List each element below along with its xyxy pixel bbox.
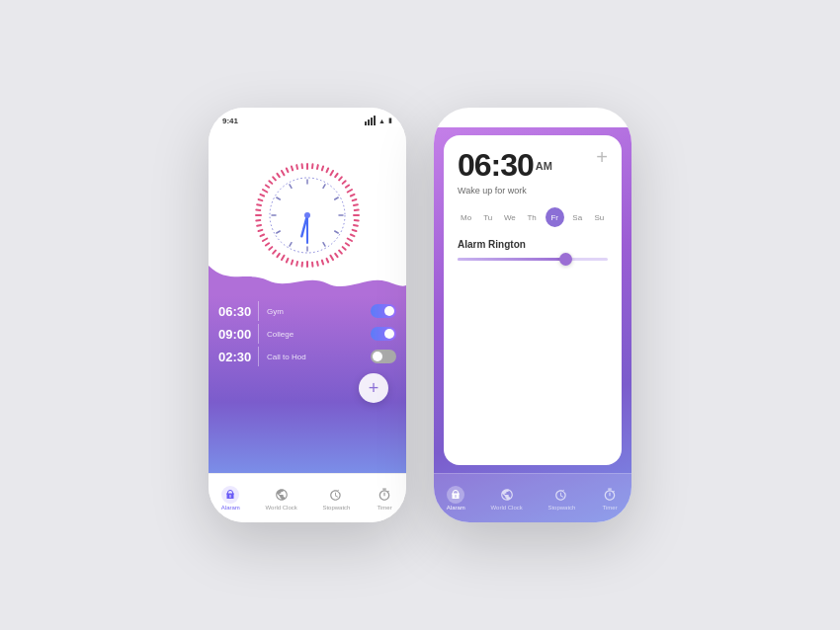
stopwatch-icon-1 <box>327 486 345 504</box>
svg-line-9 <box>346 185 349 187</box>
svg-line-58 <box>296 165 297 169</box>
toggle-1[interactable] <box>371 304 396 318</box>
alarm-label-2: College <box>267 330 367 339</box>
svg-line-13 <box>354 204 358 205</box>
svg-line-2 <box>317 165 318 169</box>
svg-line-48 <box>259 199 263 200</box>
nav-label-alarm-1: Alaram <box>221 505 240 511</box>
day-su[interactable]: Su <box>591 213 608 222</box>
nav-alarm-2[interactable]: Alaram <box>447 486 465 511</box>
wifi-icon: ▲ <box>378 118 385 124</box>
svg-line-53 <box>273 177 276 180</box>
svg-line-17 <box>354 225 358 226</box>
svg-line-66 <box>323 243 325 246</box>
days-row: Mo Tu We Th Fr Sa Su <box>458 207 608 227</box>
nav-label-timer-1: Timer <box>378 505 392 511</box>
svg-line-56 <box>287 168 289 172</box>
phone1: 9:41 ▲ ▮ // This will be rendered via in… <box>209 108 406 522</box>
alarm-divider-1 <box>258 301 259 321</box>
nav-label-alarm-2: Alaram <box>447 505 465 511</box>
app-container: 9:41 ▲ ▮ // This will be rendered via in… <box>209 108 631 522</box>
ringtone-slider[interactable] <box>458 258 608 261</box>
day-tu[interactable]: Tu <box>479 213 496 222</box>
alarm-item-1: 06:30 Gym <box>218 301 396 321</box>
svg-line-35 <box>282 256 285 260</box>
svg-line-62 <box>323 185 325 188</box>
signal-icon-2 <box>590 116 601 125</box>
svg-line-71 <box>277 197 280 199</box>
svg-line-52 <box>269 181 272 184</box>
alarm-icon-active-2 <box>447 486 464 504</box>
alarm-item-2: 09:00 College <box>218 324 396 344</box>
svg-line-26 <box>327 259 329 263</box>
battery-icon-2: ▮ <box>614 117 618 124</box>
svg-line-38 <box>269 247 272 250</box>
add-icon[interactable]: + <box>596 147 608 167</box>
alarm-time-3: 02:30 <box>218 350 250 364</box>
svg-line-24 <box>335 254 337 257</box>
alarm-label-1: Gym <box>267 307 367 316</box>
nav-worldclock-2[interactable]: World Clock <box>491 486 523 511</box>
world-clock-icon-2 <box>498 486 516 504</box>
svg-line-5 <box>331 171 334 175</box>
svg-line-68 <box>290 243 292 246</box>
nav-timer-1[interactable]: Timer <box>376 486 393 511</box>
phone2: 9:41 ▲ ▮ 06:30AM + Wake up for work <box>434 108 631 522</box>
svg-line-20 <box>348 239 352 242</box>
stopwatch-icon-2 <box>552 486 570 504</box>
status-time-1: 9:41 <box>222 117 238 125</box>
phone2-body: 06:30AM + Wake up for work Mo Tu We Th F… <box>434 127 631 522</box>
nav-label-worldclock-1: World Clock <box>266 505 297 511</box>
svg-line-34 <box>287 259 289 263</box>
toggle-3[interactable] <box>371 350 396 363</box>
svg-line-42 <box>259 230 263 231</box>
wave-divider <box>209 266 406 295</box>
nav-label-stopwatch-1: Stopwatch <box>322 505 350 511</box>
svg-line-55 <box>282 171 285 175</box>
nav-stopwatch-1[interactable]: Stopwatch <box>322 486 350 511</box>
svg-line-72 <box>290 185 292 188</box>
day-sa[interactable]: Sa <box>569 213 586 222</box>
slider-thumb <box>559 253 572 266</box>
nav-alarm-1[interactable]: Alaram <box>221 486 240 511</box>
day-we[interactable]: We <box>501 213 518 222</box>
slider-fill <box>458 258 562 261</box>
alarm-time-2: 09:00 <box>218 327 250 342</box>
svg-line-43 <box>257 225 261 226</box>
svg-line-7 <box>339 177 342 180</box>
alarm-list: 06:30 Gym 09:00 College 02:30 Call to Ho… <box>209 295 406 473</box>
toggle-2[interactable] <box>371 327 396 341</box>
status-bar-2: 9:41 ▲ ▮ <box>434 108 631 127</box>
nav-stopwatch-2[interactable]: Stopwatch <box>547 486 575 511</box>
svg-line-10 <box>348 190 352 193</box>
status-time-2: 9:41 <box>448 117 463 125</box>
wake-label: Wake up for work <box>458 186 608 196</box>
nav-worldclock-1[interactable]: World Clock <box>266 486 297 511</box>
alarm-divider-2 <box>258 324 259 344</box>
svg-line-6 <box>335 174 337 177</box>
svg-line-25 <box>331 256 334 260</box>
svg-line-27 <box>322 261 323 265</box>
add-alarm-button[interactable]: + <box>359 373 388 403</box>
svg-line-19 <box>351 235 355 237</box>
alarm-icon-active <box>221 486 239 504</box>
big-time: 06:30 <box>458 147 534 183</box>
bottom-nav-2: Alaram World Clock Stopwatch <box>434 473 631 522</box>
world-clock-icon-1 <box>273 486 291 504</box>
day-mo[interactable]: Mo <box>458 213 474 222</box>
nav-timer-2[interactable]: Timer <box>601 486 619 511</box>
svg-line-18 <box>353 230 357 231</box>
am-label: AM <box>536 160 552 172</box>
svg-line-57 <box>292 167 293 171</box>
svg-line-63 <box>335 197 338 199</box>
day-th[interactable]: Th <box>523 213 540 222</box>
svg-line-69 <box>277 231 280 233</box>
svg-line-4 <box>327 168 329 172</box>
wifi-icon-2: ▲ <box>604 118 611 124</box>
day-fr[interactable]: Fr <box>546 207 564 227</box>
alarm-time-1: 06:30 <box>218 304 250 319</box>
svg-line-40 <box>263 239 267 242</box>
svg-line-23 <box>339 251 342 254</box>
alarm-time-display: 06:30AM <box>458 147 552 184</box>
status-icons-1: ▲ ▮ <box>365 116 392 125</box>
